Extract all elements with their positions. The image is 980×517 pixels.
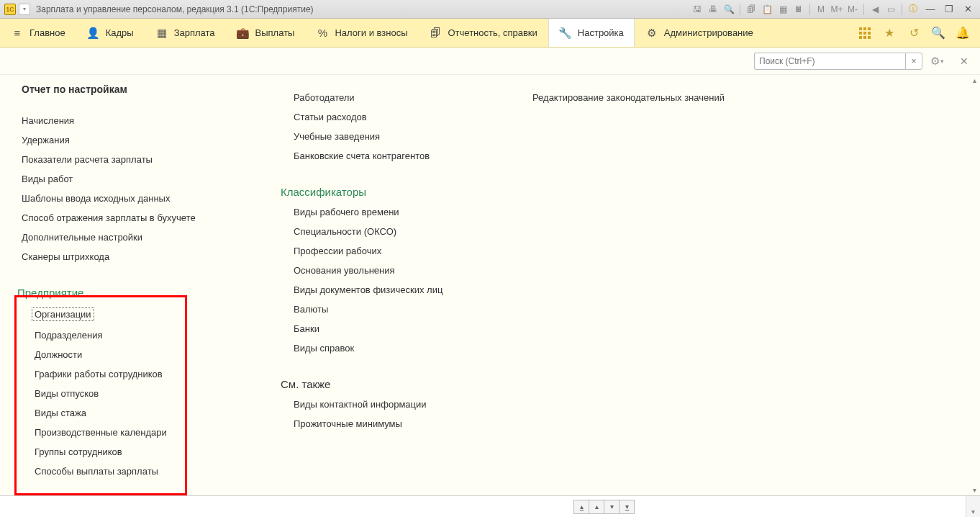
link-worker-professions[interactable]: Профессии рабочих (281, 241, 468, 261)
link-barcode-scanners[interactable]: Сканеры штрихкода (22, 247, 216, 266)
link-banks[interactable]: Банки (281, 319, 468, 338)
link-working-time-types[interactable]: Виды рабочего времени (281, 202, 468, 222)
content-area: Отчет по настройкам Начисления Удержания… (0, 75, 980, 495)
minimize-button[interactable]: — (922, 3, 938, 16)
link-salary-indicators[interactable]: Показатели расчета зарплаты (22, 150, 216, 169)
nav-settings[interactable]: 🔧 Настройка (548, 19, 635, 47)
print-icon[interactable]: 🖶 (707, 3, 720, 16)
app-dropdown-icon[interactable]: ▾ (19, 4, 30, 15)
link-individual-doc-types[interactable]: Виды документов физических лиц (281, 280, 468, 300)
link-dismissal-grounds[interactable]: Основания увольнения (281, 261, 468, 280)
link-data-templates[interactable]: Шаблоны ввода исходных данных (22, 189, 216, 208)
link-edit-legislative-values[interactable]: Редактирование законодательных значений (532, 88, 725, 107)
nav-personnel[interactable]: 👤 Кадры (76, 19, 145, 47)
section-see-also: См. также (281, 371, 468, 395)
link-vacation-types[interactable]: Виды отпусков (22, 384, 216, 403)
link-subsistence-minimums[interactable]: Прожиточные минимумы (281, 414, 468, 433)
clipboard-icon[interactable]: 📋 (761, 3, 773, 16)
nav-label: Выплаты (255, 27, 295, 38)
report-settings-title[interactable]: Отчет по настройкам (22, 84, 216, 95)
link-payment-methods[interactable]: Способы выплаты зарплаты (22, 462, 216, 481)
scroll-last-button[interactable]: ▾̲ (619, 500, 635, 514)
search-icon[interactable]: 🔍 (931, 26, 945, 40)
memory-m-icon[interactable]: M (815, 3, 827, 16)
document-icon: 🗐 (430, 27, 443, 40)
panel-icon[interactable]: ▭ (884, 3, 897, 16)
nav-salary[interactable]: ▦ Зарплата (145, 19, 226, 47)
link-employers[interactable]: Работодатели (281, 88, 468, 107)
maximize-button[interactable]: ❐ (941, 3, 957, 16)
nav-right-icons: ★ ↺ 🔍 🔔 (848, 19, 980, 47)
search-clear-button[interactable]: × (905, 53, 922, 70)
main-navigation: ≡ Главное 👤 Кадры ▦ Зарплата 💼 Выплаты %… (0, 19, 980, 48)
link-certificate-types[interactable]: Виды справок (281, 338, 468, 358)
nav-administration[interactable]: ⚙ Администрирование (635, 19, 764, 47)
nav-payments[interactable]: 💼 Выплаты (226, 19, 306, 47)
scroll-button-group: ▴̲ ▴ ▾ ▾̲ (574, 500, 635, 514)
briefcase-icon: 💼 (237, 27, 250, 40)
scroll-up-button[interactable]: ▴ (589, 500, 604, 514)
link-salary-accounting[interactable]: Способ отражения зарплаты в бухучете (22, 208, 216, 228)
back-icon[interactable]: ◀ (868, 3, 881, 16)
close-button[interactable]: ✕ (960, 3, 976, 16)
menu-icon: ≡ (11, 27, 24, 40)
memory-mminus-icon[interactable]: M- (846, 3, 859, 16)
star-icon[interactable]: ★ (882, 26, 897, 40)
scroll-down-icon[interactable]: ▾ (973, 486, 976, 494)
preview-icon[interactable]: 🔍 (722, 3, 735, 16)
close-panel-button[interactable]: ✕ (957, 54, 971, 68)
sub-toolbar: × ⚙▾ ✕ (0, 48, 980, 75)
scroll-up-icon[interactable]: ▴ (973, 76, 976, 84)
link-organizations[interactable]: Организации (22, 303, 216, 325)
search-wrap: × (754, 53, 922, 70)
nav-label: Главное (30, 27, 65, 38)
nav-label: Кадры (106, 27, 134, 38)
vertical-scrollbar[interactable]: ▴ ▾ (968, 75, 980, 495)
history-icon[interactable]: ↺ (907, 26, 921, 40)
right-scroll-strip[interactable]: ▾ (966, 496, 980, 517)
link-seniority-types[interactable]: Виды стажа (22, 403, 216, 423)
calendar-icon[interactable]: ▦ (776, 3, 789, 16)
nav-label: Отчетность, справки (448, 27, 537, 38)
save-icon[interactable]: 🖫 (691, 3, 704, 16)
link-currencies[interactable]: Валюты (281, 300, 468, 319)
info-icon[interactable]: ⓘ (907, 3, 920, 16)
link-accruals[interactable]: Начисления (22, 111, 216, 130)
copy-icon[interactable]: 🗐 (745, 3, 758, 16)
link-production-calendars[interactable]: Производственные календари (22, 423, 216, 442)
section-classifiers: Классификаторы (281, 179, 468, 202)
nav-label: Настройка (578, 27, 624, 38)
link-expense-items[interactable]: Статьи расходов (281, 107, 468, 127)
link-deductions[interactable]: Удержания (22, 130, 216, 150)
memory-mplus-icon[interactable]: M+ (830, 3, 843, 16)
link-work-types[interactable]: Виды работ (22, 169, 216, 189)
calculator-icon[interactable]: 🖩 (792, 3, 805, 16)
nav-label: Налоги и взносы (335, 27, 407, 38)
nav-label: Администрирование (664, 27, 753, 38)
nav-reports[interactable]: 🗐 Отчетность, справки (419, 19, 548, 47)
nav-taxes[interactable]: % Налоги и взносы (305, 19, 418, 47)
scroll-first-button[interactable]: ▴̲ (573, 500, 589, 514)
link-positions[interactable]: Должности (22, 345, 216, 364)
link-counterparty-bank-accounts[interactable]: Банковские счета контрагентов (281, 146, 468, 166)
separator (740, 4, 740, 15)
link-contact-info-types[interactable]: Виды контактной информации (281, 395, 468, 414)
column-1: Отчет по настройкам Начисления Удержания… (22, 81, 216, 490)
settings-dropdown-icon[interactable]: ⚙▾ (927, 53, 947, 70)
nav-main[interactable]: ≡ Главное (0, 19, 76, 47)
apps-grid-icon[interactable] (858, 26, 872, 40)
separator (863, 4, 864, 15)
link-subdivisions[interactable]: Подразделения (22, 325, 216, 345)
bell-icon[interactable]: 🔔 (956, 26, 970, 40)
link-specialties[interactable]: Специальности (ОКСО) (281, 222, 468, 241)
link-educational-institutions[interactable]: Учебные заведения (281, 127, 468, 146)
scroll-down-button[interactable]: ▾ (604, 500, 620, 514)
link-organizations-label: Организации (32, 307, 94, 321)
link-employee-groups[interactable]: Группы сотрудников (22, 442, 216, 462)
gear-icon: ⚙ (645, 27, 658, 40)
percent-icon: % (316, 27, 329, 40)
link-work-schedules[interactable]: Графики работы сотрудников (22, 364, 216, 384)
window-title: Зарплата и управление персоналом, редакц… (36, 4, 314, 14)
link-additional-settings[interactable]: Дополнительные настройки (22, 228, 216, 247)
search-input[interactable] (754, 53, 905, 70)
